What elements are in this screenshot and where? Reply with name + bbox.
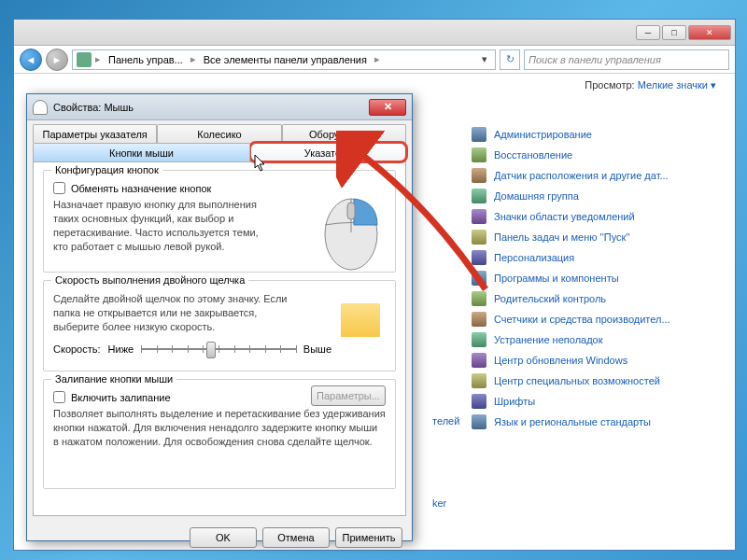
- control-panel-item[interactable]: Язык и региональные стандарты: [472, 412, 733, 432]
- breadcrumb-sep: ▸: [189, 53, 198, 65]
- item-icon: [472, 332, 486, 347]
- swap-buttons-input[interactable]: [53, 182, 65, 194]
- mouse-properties-dialog: Свойства: Мышь ✕ Параметры указателя Кол…: [26, 93, 413, 541]
- item-label: Панель задач и меню ''Пуск'': [494, 231, 630, 243]
- item-label: Значки области уведомлений: [494, 211, 635, 222]
- apply-button[interactable]: Применить: [335, 527, 402, 548]
- dialog-close-button[interactable]: ✕: [369, 99, 406, 116]
- item-icon: [472, 127, 486, 142]
- cancel-button[interactable]: Отмена: [262, 527, 330, 548]
- tab-pointers[interactable]: Указатели: [250, 143, 406, 161]
- breadcrumb-seg[interactable]: Панель управ...: [105, 52, 187, 67]
- search-placeholder: Поиск в панели управления: [529, 54, 661, 65]
- speed-slider[interactable]: [141, 340, 296, 358]
- control-panel-item[interactable]: Восстановление: [472, 145, 733, 165]
- control-panel-item[interactable]: Датчик расположения и другие дат...: [472, 165, 733, 186]
- refresh-button[interactable]: ↻: [500, 49, 520, 70]
- tabs-row-2: Кнопки мыши Указатели: [27, 143, 412, 161]
- group-title: Скорость выполнения двойного щелчка: [51, 274, 248, 286]
- item-label: Центр обновления Windows: [494, 355, 627, 366]
- clicklock-settings-button: Параметры...: [311, 385, 386, 406]
- control-panel-item[interactable]: Администрирование: [472, 124, 733, 145]
- item-label: Центр специальных возможностей: [494, 375, 660, 386]
- item-label: Программы и компоненты: [494, 273, 619, 284]
- control-panel-item[interactable]: Программы и компоненты: [472, 268, 733, 288]
- tabs-row-1: Параметры указателя Колесико Оборудовани…: [27, 120, 412, 143]
- clipped-item[interactable]: телей ker: [432, 415, 459, 509]
- control-panel-item[interactable]: Панель задач и меню ''Пуск'': [472, 227, 733, 247]
- back-button[interactable]: ◄: [20, 49, 42, 71]
- svg-rect-1: [347, 203, 355, 219]
- control-panel-item[interactable]: Центр специальных возможностей: [472, 371, 733, 391]
- breadcrumb-sep: ▸: [373, 53, 382, 65]
- view-mode-link[interactable]: Мелкие значки ▾: [638, 79, 716, 91]
- dialog-titlebar[interactable]: Свойства: Мышь ✕: [27, 94, 412, 120]
- swap-desc: Назначает правую кнопку для выполнения т…: [53, 198, 259, 253]
- item-label: Шрифты: [494, 396, 535, 407]
- item-label: Персонализация: [494, 252, 574, 263]
- test-folder-icon[interactable]: [341, 303, 380, 337]
- button-config-group: Конфигурация кнопок Обменять назначение …: [43, 170, 396, 273]
- control-panel-item[interactable]: Центр обновления Windows: [472, 350, 733, 371]
- item-label: Счетчики и средства производител...: [494, 314, 670, 325]
- clicklock-group: Залипание кнопки мыши Включить залипание…: [43, 379, 396, 489]
- group-title: Залипание кнопки мыши: [51, 373, 176, 385]
- item-icon: [472, 147, 486, 162]
- item-label: Администрирование: [494, 129, 592, 140]
- item-icon: [472, 168, 486, 183]
- forward-button[interactable]: ►: [46, 49, 68, 71]
- item-label: Датчик расположения и другие дат...: [494, 170, 669, 181]
- tab-buttons[interactable]: Кнопки мыши: [33, 143, 250, 161]
- ok-button[interactable]: OK: [190, 527, 257, 548]
- control-panel-item[interactable]: Персонализация: [472, 247, 733, 268]
- search-input[interactable]: Поиск в панели управления: [524, 49, 729, 70]
- clicklock-input[interactable]: [53, 391, 65, 403]
- breadcrumb-seg[interactable]: Все элементы панели управления: [200, 52, 371, 67]
- control-panel-item[interactable]: Счетчики и средства производител...: [472, 309, 733, 329]
- item-icon: [472, 230, 486, 245]
- item-icon: [472, 353, 486, 368]
- control-panel-item[interactable]: Родительский контроль: [472, 288, 733, 309]
- control-panel-list: АдминистрированиеВосстановлениеДатчик ра…: [472, 124, 733, 432]
- dialog-buttons: OK Отмена Применить: [27, 522, 412, 553]
- mouse-icon: [33, 100, 48, 115]
- nav-bar: ◄ ► ▸ Панель управ... ▸ Все элементы пан…: [14, 46, 735, 74]
- item-label: Восстановление: [494, 149, 572, 161]
- dblclick-desc: Сделайте двойной щелчок по этому значку.…: [53, 292, 296, 334]
- tab-wheel[interactable]: Колесико: [157, 124, 281, 143]
- mouse-illustration: [318, 188, 384, 272]
- speed-low: Ниже: [108, 343, 134, 355]
- control-panel-item[interactable]: Устранение неполадок: [472, 329, 733, 350]
- tab-content: Конфигурация кнопок Обменять назначение …: [33, 161, 406, 516]
- tab-hardware[interactable]: Оборудование: [282, 124, 406, 143]
- clicklock-desc: Позволяет выполнять выделение и перетаск…: [53, 407, 386, 449]
- item-icon: [472, 189, 486, 203]
- maximize-button[interactable]: □: [662, 25, 686, 40]
- breadcrumb-sep: ▸: [93, 53, 103, 65]
- address-bar[interactable]: ▸ Панель управ... ▸ Все элементы панели …: [72, 49, 496, 70]
- item-label: Язык и региональные стандарты: [494, 416, 651, 427]
- item-icon: [472, 250, 486, 265]
- item-label: Устранение неполадок: [494, 334, 603, 345]
- dialog-title: Свойства: Мышь: [53, 102, 363, 113]
- item-icon: [472, 271, 486, 286]
- close-button[interactable]: ✕: [688, 25, 731, 40]
- item-icon: [472, 394, 486, 409]
- control-panel-item[interactable]: Шрифты: [472, 391, 733, 412]
- item-icon: [472, 291, 486, 306]
- view-selector: Просмотр: Мелкие значки ▾: [585, 79, 716, 91]
- speed-label: Скорость:: [53, 343, 101, 355]
- control-panel-item[interactable]: Значки области уведомлений: [472, 206, 733, 227]
- item-icon: [472, 209, 486, 224]
- minimize-button[interactable]: ─: [636, 25, 660, 40]
- speed-slider-row: Скорость: Ниже Выше: [53, 340, 386, 358]
- slider-thumb[interactable]: [206, 342, 216, 358]
- double-click-group: Скорость выполнения двойного щелчка Сдел…: [43, 280, 396, 371]
- tab-pointer-options[interactable]: Параметры указателя: [33, 124, 157, 143]
- item-label: Домашняя группа: [494, 190, 579, 202]
- speed-high: Выше: [303, 343, 331, 355]
- address-dropdown-icon[interactable]: ▾: [478, 53, 491, 65]
- control-panel-item[interactable]: Домашняя группа: [472, 186, 733, 206]
- item-icon: [472, 414, 486, 429]
- window-titlebar: ─ □ ✕: [14, 20, 735, 46]
